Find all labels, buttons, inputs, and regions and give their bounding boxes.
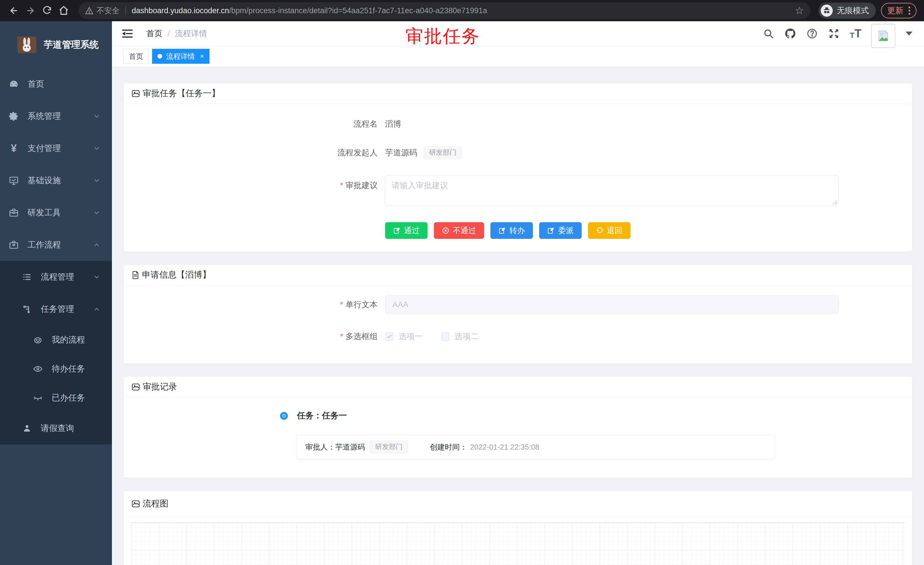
tab-home[interactable]: 首页 <box>123 49 148 64</box>
record-detail-card: 审批人： 芋道源码 研发部门 创建时间： 2022-01-21 22:35:08 <box>296 435 775 459</box>
sidebar-item-system[interactable]: 系统管理 <box>0 100 112 132</box>
fullscreen-icon[interactable] <box>828 27 840 40</box>
incognito-icon <box>821 5 833 17</box>
created-time: 2022-01-21 22:35:08 <box>470 443 539 452</box>
checkbox-option-1: 选项一 <box>385 331 423 342</box>
omnibox-divider <box>125 6 126 15</box>
font-size-icon[interactable]: TT <box>849 27 862 40</box>
dept-tag: 研发部门 <box>370 441 408 453</box>
home-icon[interactable] <box>57 4 70 17</box>
return-button[interactable]: 退回 <box>588 222 630 239</box>
field-label: 流程发起人 <box>131 146 378 159</box>
sidebar-item-leave-query[interactable]: 请假查询 <box>0 412 112 445</box>
sidebar-item-payment[interactable]: 支付管理 <box>0 132 112 164</box>
approve-button[interactable]: 通过 <box>385 222 428 239</box>
input-value: AAA <box>392 300 408 309</box>
security-label: 不安全 <box>96 6 120 16</box>
sidebar-item-task-management[interactable]: 任务管理 <box>0 293 112 325</box>
sidebar-item-label: 流程管理 <box>41 271 74 283</box>
toolbox-icon <box>9 207 19 218</box>
avatar[interactable] <box>871 24 895 48</box>
field-label: 审批建议 <box>131 179 378 206</box>
eye-closed-icon <box>33 393 43 403</box>
sidebar-item-infrastructure[interactable]: 基础设施 <box>0 164 112 197</box>
browser-update-button[interactable]: 更新 <box>881 3 916 18</box>
bookmark-star-icon[interactable]: ☆ <box>795 6 804 16</box>
github-icon[interactable] <box>784 27 796 40</box>
sidebar-item-label: 首页 <box>27 78 44 90</box>
breadcrumb: 首页 / 流程详情 <box>146 28 207 39</box>
url-domain: dashboard.yudao.iocoder.cn <box>132 6 229 15</box>
tab-process-detail[interactable]: 流程详情 <box>152 49 210 64</box>
url-text[interactable]: dashboard.yudao.iocoder.cn/bpm/process-i… <box>132 6 487 15</box>
sidebar-item-label: 基础设施 <box>27 175 61 186</box>
sidebar-item-done-tasks[interactable]: 已办任务 <box>0 383 112 412</box>
back-icon[interactable] <box>8 4 20 17</box>
chevron-up-icon <box>93 305 100 313</box>
sidebar-item-workflow[interactable]: 工作流程 <box>0 229 112 261</box>
task-title: 任务：任务一 <box>297 410 347 421</box>
resize-grip-icon[interactable] <box>832 200 837 205</box>
edit-icon <box>547 227 555 234</box>
tags-view-bar: 首页 流程详情 <box>112 46 924 67</box>
sidebar-item-todo-tasks[interactable]: 待办任务 <box>0 354 112 383</box>
approval-opinion-textarea[interactable]: 请输入审批建议 <box>385 175 838 206</box>
robot-face-icon <box>33 335 43 345</box>
list-tree-icon <box>22 272 32 282</box>
picture-icon <box>131 499 140 508</box>
security-chip[interactable]: 不安全 <box>85 6 120 16</box>
chevron-down-icon <box>93 209 100 216</box>
approval-task-card: 审批任务【任务一】 流程名 滔博 流程发起人 芋道源码 研发部门 <box>123 83 912 252</box>
card-title: 申请信息【滔博】 <box>142 269 211 281</box>
request-info-card: 申请信息【滔博】 单行文本 AAA 多选框组 <box>123 264 912 364</box>
delegate-button[interactable]: 委派 <box>539 222 582 239</box>
sidebar-item-my-process[interactable]: 我的流程 <box>0 325 112 354</box>
search-icon[interactable] <box>762 27 775 40</box>
bpmn-canvas[interactable] <box>131 523 905 565</box>
document-icon <box>131 271 140 279</box>
tab-close-icon[interactable] <box>200 52 204 60</box>
process-diagram-card: 流程图 <box>123 491 912 565</box>
sidebar-collapse-icon[interactable] <box>122 29 133 39</box>
reload-icon[interactable] <box>41 4 53 17</box>
reject-button[interactable]: 不通过 <box>434 222 484 239</box>
avatar-caret-icon[interactable] <box>906 32 912 36</box>
approval-records-card: 审批记录 任务：任务一 审批人： 芋道源码 研发部门 创建时间： <box>123 376 912 478</box>
card-title-row: 审批记录 <box>131 381 177 393</box>
dept-tag: 研发部门 <box>423 146 462 159</box>
address-bar[interactable]: 不安全 dashboard.yudao.iocoder.cn/bpm/proce… <box>79 2 810 19</box>
transfer-button[interactable]: 转办 <box>490 222 533 239</box>
forward-icon[interactable] <box>24 4 37 17</box>
page-content: 审批任务【任务一】 流程名 滔博 流程发起人 芋道源码 研发部门 <box>112 67 924 565</box>
yen-icon <box>9 143 19 153</box>
chevron-down-icon <box>93 273 100 281</box>
card-title-row: 申请信息【滔博】 <box>131 269 211 281</box>
app-logo[interactable]: 芋道管理系统 <box>0 21 112 68</box>
sidebar-item-process-management[interactable]: 流程管理 <box>0 261 112 293</box>
browser-menu-icon[interactable] <box>909 7 910 15</box>
picture-icon <box>131 382 140 392</box>
logo-image <box>17 36 36 53</box>
single-line-text-input: AAA <box>385 295 838 314</box>
sidebar-item-devtools[interactable]: 研发工具 <box>0 197 112 229</box>
sidebar-item-label: 工作流程 <box>27 239 61 251</box>
update-label: 更新 <box>887 5 903 16</box>
chevron-down-icon <box>93 145 100 152</box>
url-path: /bpm/process-instance/detail?id=54aa251f… <box>229 6 487 15</box>
org-chart-icon <box>22 304 32 314</box>
textarea-placeholder: 请输入审批建议 <box>392 181 448 190</box>
sidebar-item-label: 我的流程 <box>52 334 85 346</box>
checkbox-checked-icon <box>385 332 393 341</box>
edit-icon <box>393 227 400 234</box>
chevron-up-icon <box>93 241 100 249</box>
sidebar: 芋道管理系统 首页 系统管理 支付管理 基础设施 <box>0 21 112 565</box>
sidebar-item-home[interactable]: 首页 <box>0 68 112 100</box>
chevron-down-icon <box>93 177 100 184</box>
help-icon[interactable] <box>806 27 818 40</box>
field-label: 单行文本 <box>131 298 378 311</box>
breadcrumb-home[interactable]: 首页 <box>146 28 162 39</box>
process-name-value: 滔博 <box>385 118 401 130</box>
timeline-node: 任务：任务一 <box>280 410 905 421</box>
gear-icon <box>9 111 19 122</box>
checkbox-label: 选项二 <box>454 331 478 342</box>
